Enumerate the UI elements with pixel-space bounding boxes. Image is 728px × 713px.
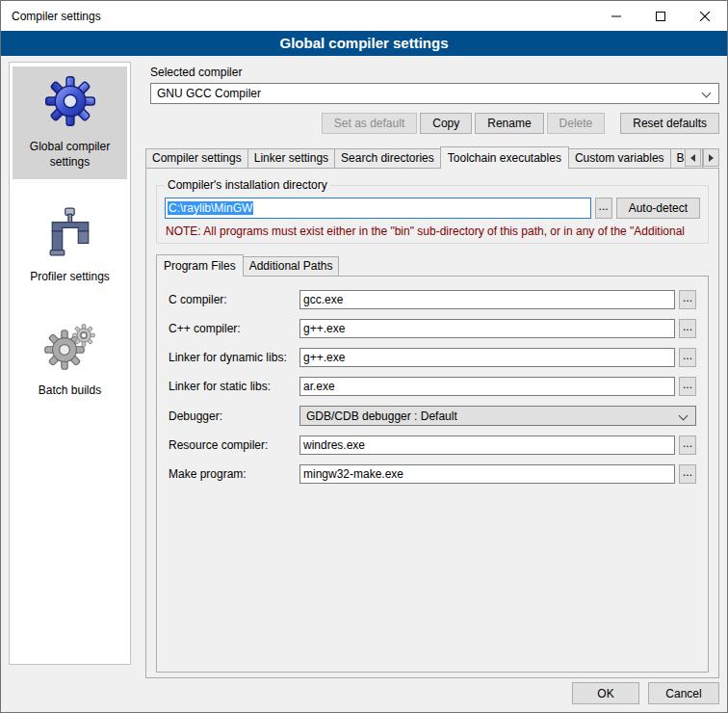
tab-custom-variables[interactable]: Custom variables xyxy=(568,148,671,168)
tab-linker-settings[interactable]: Linker settings xyxy=(247,148,335,168)
window-title: Compiler settings xyxy=(1,10,594,23)
main-panel: Selected compiler GNU GCC Compiler Set a… xyxy=(141,60,719,678)
rename-button[interactable]: Rename xyxy=(475,113,543,134)
subtab-program-files[interactable]: Program Files xyxy=(156,254,244,277)
field-row-debugger: Debugger: GDB/CDB debugger : Default xyxy=(169,406,696,426)
clamp-icon xyxy=(47,207,93,260)
static-linker-browse-button[interactable]: ... xyxy=(679,377,696,396)
c-compiler-browse-button[interactable]: ... xyxy=(679,290,696,309)
dialog-footer: OK Cancel xyxy=(572,682,719,704)
debugger-select[interactable]: GDB/CDB debugger : Default xyxy=(299,406,696,426)
sidebar-item-batch-builds[interactable]: Batch builds xyxy=(13,314,127,409)
set-as-default-button: Set as default xyxy=(322,113,417,134)
selected-compiler-value: GNU GCC Compiler xyxy=(157,87,261,100)
directory-note: NOTE: All programs must exist either in … xyxy=(166,224,699,238)
program-files-panel: C compiler: ... C++ compiler: ... Linker… xyxy=(156,276,709,673)
ok-button[interactable]: OK xyxy=(572,682,639,704)
installation-directory-row: C:\raylib\MinGW ... Auto-detect xyxy=(165,198,700,219)
dynamic-linker-input[interactable] xyxy=(299,348,675,367)
tab-search-directories[interactable]: Search directories xyxy=(334,148,441,168)
static-linker-input[interactable] xyxy=(299,377,675,396)
compiler-actions: Set as default Copy Rename Delete Reset … xyxy=(150,113,719,134)
field-row-make-program: Make program: ... xyxy=(169,464,696,484)
close-icon xyxy=(700,12,710,21)
tab-scroll-right-icon xyxy=(709,154,714,162)
make-program-browse-button[interactable]: ... xyxy=(679,464,696,484)
blue-gear-icon xyxy=(44,75,96,130)
cpp-compiler-label: C++ compiler: xyxy=(169,322,296,335)
compiler-settings-window: Compiler settings Global compiler settin… xyxy=(0,0,728,713)
auto-detect-button[interactable]: Auto-detect xyxy=(616,198,700,219)
cancel-button[interactable]: Cancel xyxy=(648,682,719,704)
minimize-icon xyxy=(611,12,621,21)
make-program-input[interactable] xyxy=(299,464,675,484)
installation-directory-value: C:\raylib\MinGW xyxy=(168,201,253,215)
toolchain-executables-panel: Compiler's installation directory C:\ray… xyxy=(145,168,719,678)
minimize-button[interactable] xyxy=(594,1,638,31)
c-compiler-label: C compiler: xyxy=(169,293,296,306)
cpp-compiler-input[interactable] xyxy=(299,319,675,338)
field-row-dynamic-linker: Linker for dynamic libs: ... xyxy=(169,348,696,367)
resource-compiler-input[interactable] xyxy=(299,436,675,455)
cpp-compiler-browse-button[interactable]: ... xyxy=(679,319,696,338)
field-row-c-compiler: C compiler: ... xyxy=(169,290,696,309)
field-row-static-linker: Linker for static libs: ... xyxy=(169,377,696,396)
selected-compiler-select[interactable]: GNU GCC Compiler xyxy=(150,83,719,104)
settings-sidebar: Global compiler settings xyxy=(9,62,131,665)
directory-browse-button[interactable]: ... xyxy=(595,198,612,219)
sidebar-item-label: Batch builds xyxy=(39,383,101,399)
resource-compiler-label: Resource compiler: xyxy=(169,438,296,452)
dynamic-linker-label: Linker for dynamic libs: xyxy=(169,351,296,364)
tab-scroll-buttons xyxy=(685,148,719,167)
copy-button[interactable]: Copy xyxy=(420,113,472,134)
dialog-content: Global compiler settings xyxy=(1,56,727,712)
tab-compiler-settings[interactable]: Compiler settings xyxy=(145,148,248,168)
sidebar-item-profiler-settings[interactable]: Profiler settings xyxy=(13,198,127,295)
dynamic-linker-browse-button[interactable]: ... xyxy=(679,348,696,367)
installation-directory-input[interactable]: C:\raylib\MinGW xyxy=(165,198,591,219)
delete-button: Delete xyxy=(547,113,606,134)
program-files-tabstrip: Program Files Additional Paths xyxy=(156,253,711,276)
installation-directory-group: Compiler's installation directory C:\ray… xyxy=(156,178,709,244)
gray-gears-icon xyxy=(44,323,96,374)
sidebar-item-label: Global compiler settings xyxy=(14,140,125,170)
installation-directory-group-label: Compiler's installation directory xyxy=(165,178,330,192)
c-compiler-input[interactable] xyxy=(299,290,675,309)
sidebar-item-label: Profiler settings xyxy=(30,270,110,285)
titlebar[interactable]: Compiler settings xyxy=(1,1,727,31)
static-linker-label: Linker for static libs: xyxy=(169,380,296,393)
dialog-header: Global compiler settings xyxy=(1,31,727,56)
reset-defaults-button[interactable]: Reset defaults xyxy=(620,113,719,134)
tab-scroll-right-button[interactable] xyxy=(703,148,719,167)
tab-toolchain-executables[interactable]: Toolchain executables xyxy=(440,146,569,169)
field-row-cpp-compiler: C++ compiler: ... xyxy=(169,319,696,338)
field-row-resource-compiler: Resource compiler: ... xyxy=(169,436,696,455)
debugger-label: Debugger: xyxy=(169,409,296,423)
settings-tabstrip: Compiler settings Linker settings Search… xyxy=(145,145,719,168)
tab-scroll-left-button[interactable] xyxy=(685,148,701,167)
close-button[interactable] xyxy=(683,1,727,31)
maximize-button[interactable] xyxy=(638,1,683,31)
sidebar-item-global-compiler-settings[interactable]: Global compiler settings xyxy=(13,66,127,179)
tab-scroll-left-icon xyxy=(690,154,695,162)
selected-compiler-label: Selected compiler xyxy=(150,66,719,79)
debugger-value: GDB/CDB debugger : Default xyxy=(306,409,457,423)
resource-compiler-browse-button[interactable]: ... xyxy=(679,436,696,455)
make-program-label: Make program: xyxy=(169,467,296,481)
maximize-icon xyxy=(656,12,665,21)
subtab-additional-paths[interactable]: Additional Paths xyxy=(243,256,340,276)
